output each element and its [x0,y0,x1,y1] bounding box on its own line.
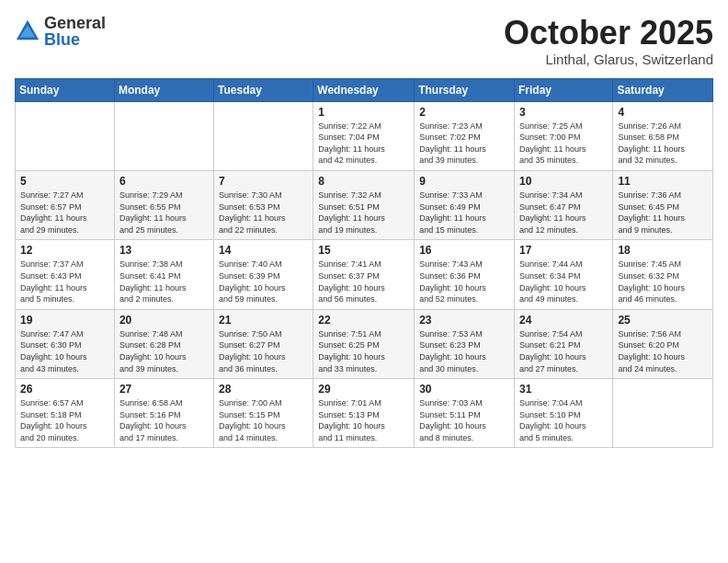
day-info: Sunrise: 7:30 AM Sunset: 6:53 PM Dayligh… [219,190,308,236]
day-number: 25 [618,314,708,327]
calendar-cell: 25Sunrise: 7:56 AM Sunset: 6:20 PM Dayli… [613,309,713,378]
calendar-cell [214,101,313,170]
day-number: 16 [419,244,509,257]
day-number: 18 [618,244,708,257]
calendar-cell: 18Sunrise: 7:45 AM Sunset: 6:32 PM Dayli… [613,240,713,309]
calendar-cell: 30Sunrise: 7:03 AM Sunset: 5:11 PM Dayli… [415,379,515,448]
day-number: 6 [119,175,209,188]
day-info: Sunrise: 6:57 AM Sunset: 5:18 PM Dayligh… [20,397,109,443]
day-of-week-header: Monday [114,78,213,101]
calendar-cell: 16Sunrise: 7:43 AM Sunset: 6:36 PM Dayli… [415,240,515,309]
day-info: Sunrise: 7:03 AM Sunset: 5:11 PM Dayligh… [419,397,509,443]
day-info: Sunrise: 7:33 AM Sunset: 6:49 PM Dayligh… [419,190,509,236]
day-number: 29 [318,383,409,396]
calendar-cell: 14Sunrise: 7:40 AM Sunset: 6:39 PM Dayli… [214,240,313,309]
day-info: Sunrise: 6:58 AM Sunset: 5:16 PM Dayligh… [119,397,209,443]
calendar-cell: 12Sunrise: 7:37 AM Sunset: 6:43 PM Dayli… [16,240,115,309]
calendar-cell: 19Sunrise: 7:47 AM Sunset: 6:30 PM Dayli… [16,309,115,378]
day-info: Sunrise: 7:53 AM Sunset: 6:23 PM Dayligh… [419,328,509,374]
calendar-cell: 28Sunrise: 7:00 AM Sunset: 5:15 PM Dayli… [214,379,313,448]
calendar-cell: 24Sunrise: 7:54 AM Sunset: 6:21 PM Dayli… [514,309,612,378]
day-number: 23 [419,314,509,327]
day-number: 28 [219,383,308,396]
day-number: 1 [318,106,409,119]
day-info: Sunrise: 7:34 AM Sunset: 6:47 PM Dayligh… [519,190,608,236]
calendar-cell: 23Sunrise: 7:53 AM Sunset: 6:23 PM Dayli… [415,309,515,378]
calendar-cell [16,101,115,170]
calendar-header: SundayMondayTuesdayWednesdayThursdayFrid… [16,78,713,101]
day-number: 9 [419,175,509,188]
day-info: Sunrise: 7:50 AM Sunset: 6:27 PM Dayligh… [219,328,308,374]
day-number: 13 [119,244,209,257]
calendar-week-row: 19Sunrise: 7:47 AM Sunset: 6:30 PM Dayli… [16,309,713,378]
location: Linthal, Glarus, Switzerland [504,52,713,67]
day-of-week-header: Tuesday [214,78,313,101]
calendar-week-row: 5Sunrise: 7:27 AM Sunset: 6:57 PM Daylig… [16,170,713,239]
calendar-cell: 9Sunrise: 7:33 AM Sunset: 6:49 PM Daylig… [415,170,515,239]
calendar-table: SundayMondayTuesdayWednesdayThursdayFrid… [15,78,713,449]
day-number: 31 [519,383,608,396]
calendar-body: 1Sunrise: 7:22 AM Sunset: 7:04 PM Daylig… [16,101,713,448]
calendar-week-row: 12Sunrise: 7:37 AM Sunset: 6:43 PM Dayli… [16,240,713,309]
day-number: 26 [20,383,109,396]
day-info: Sunrise: 7:25 AM Sunset: 7:00 PM Dayligh… [519,121,608,167]
title-block: October 2025 Linthal, Glarus, Switzerlan… [504,15,713,67]
day-info: Sunrise: 7:48 AM Sunset: 6:28 PM Dayligh… [119,328,209,374]
day-info: Sunrise: 7:04 AM Sunset: 5:10 PM Dayligh… [519,397,608,443]
day-info: Sunrise: 7:51 AM Sunset: 6:25 PM Dayligh… [318,328,409,374]
calendar-cell: 13Sunrise: 7:38 AM Sunset: 6:41 PM Dayli… [114,240,213,309]
day-number: 19 [20,314,109,327]
day-number: 20 [119,314,209,327]
day-of-week-header: Saturday [613,78,713,101]
calendar-cell: 3Sunrise: 7:25 AM Sunset: 7:00 PM Daylig… [514,101,612,170]
calendar-cell [613,379,713,448]
day-of-week-header: Sunday [16,78,115,101]
calendar-cell: 21Sunrise: 7:50 AM Sunset: 6:27 PM Dayli… [214,309,313,378]
day-info: Sunrise: 7:44 AM Sunset: 6:34 PM Dayligh… [519,259,608,304]
day-number: 5 [20,175,109,188]
logo-icon [15,18,40,44]
day-number: 10 [519,175,608,188]
calendar-cell: 20Sunrise: 7:48 AM Sunset: 6:28 PM Dayli… [114,309,213,378]
calendar-cell: 17Sunrise: 7:44 AM Sunset: 6:34 PM Dayli… [514,240,612,309]
calendar-cell: 27Sunrise: 6:58 AM Sunset: 5:16 PM Dayli… [114,379,213,448]
day-of-week-header: Wednesday [313,78,415,101]
day-info: Sunrise: 7:37 AM Sunset: 6:43 PM Dayligh… [20,259,109,304]
calendar-cell: 2Sunrise: 7:23 AM Sunset: 7:02 PM Daylig… [415,101,515,170]
day-info: Sunrise: 7:45 AM Sunset: 6:32 PM Dayligh… [618,259,708,304]
day-number: 2 [419,106,509,119]
calendar-cell: 1Sunrise: 7:22 AM Sunset: 7:04 PM Daylig… [313,101,415,170]
calendar-week-row: 26Sunrise: 6:57 AM Sunset: 5:18 PM Dayli… [16,379,713,448]
calendar-cell: 15Sunrise: 7:41 AM Sunset: 6:37 PM Dayli… [313,240,415,309]
page-header: General Blue October 2025 Linthal, Glaru… [15,15,713,67]
logo-text: General Blue [44,15,106,48]
calendar-week-row: 1Sunrise: 7:22 AM Sunset: 7:04 PM Daylig… [16,101,713,170]
day-info: Sunrise: 7:38 AM Sunset: 6:41 PM Dayligh… [119,259,209,304]
day-info: Sunrise: 7:01 AM Sunset: 5:13 PM Dayligh… [318,397,409,443]
day-info: Sunrise: 7:27 AM Sunset: 6:57 PM Dayligh… [20,190,109,236]
day-info: Sunrise: 7:56 AM Sunset: 6:20 PM Dayligh… [618,328,708,374]
day-number: 17 [519,244,608,257]
day-info: Sunrise: 7:36 AM Sunset: 6:45 PM Dayligh… [618,190,708,236]
day-info: Sunrise: 7:47 AM Sunset: 6:30 PM Dayligh… [20,328,109,374]
day-of-week-header: Thursday [415,78,515,101]
header-row: SundayMondayTuesdayWednesdayThursdayFrid… [16,78,713,101]
day-number: 7 [219,175,308,188]
day-number: 21 [219,314,308,327]
day-number: 12 [20,244,109,257]
day-number: 30 [419,383,509,396]
calendar-cell: 11Sunrise: 7:36 AM Sunset: 6:45 PM Dayli… [613,170,713,239]
day-info: Sunrise: 7:29 AM Sunset: 6:55 PM Dayligh… [119,190,209,236]
day-of-week-header: Friday [514,78,612,101]
calendar-cell: 31Sunrise: 7:04 AM Sunset: 5:10 PM Dayli… [514,379,612,448]
calendar-cell: 7Sunrise: 7:30 AM Sunset: 6:53 PM Daylig… [214,170,313,239]
day-number: 11 [618,175,708,188]
calendar-cell: 4Sunrise: 7:26 AM Sunset: 6:58 PM Daylig… [613,101,713,170]
day-info: Sunrise: 7:00 AM Sunset: 5:15 PM Dayligh… [219,397,308,443]
calendar-cell: 5Sunrise: 7:27 AM Sunset: 6:57 PM Daylig… [16,170,115,239]
day-info: Sunrise: 7:22 AM Sunset: 7:04 PM Dayligh… [318,121,409,167]
day-number: 14 [219,244,308,257]
calendar-cell: 6Sunrise: 7:29 AM Sunset: 6:55 PM Daylig… [114,170,213,239]
month-title: October 2025 [504,15,713,52]
calendar-cell: 29Sunrise: 7:01 AM Sunset: 5:13 PM Dayli… [313,379,415,448]
